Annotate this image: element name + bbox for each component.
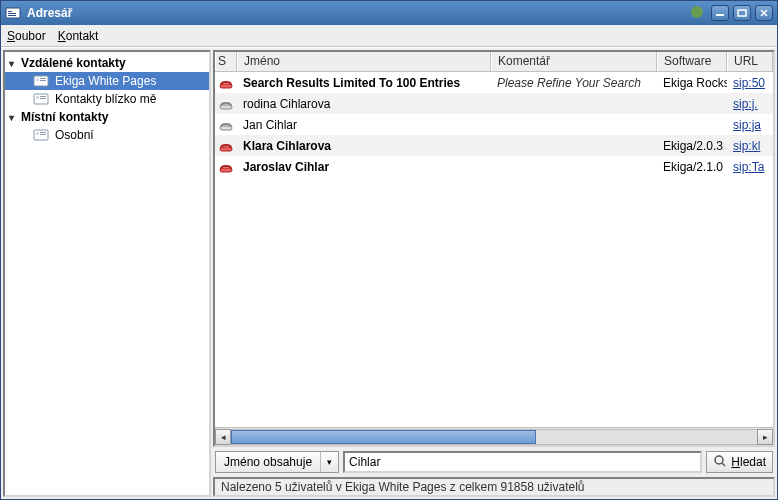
scroll-thumb[interactable]	[231, 430, 536, 444]
filter-dropdown[interactable]: Jméno obsahuje ▾	[215, 451, 339, 473]
scroll-track[interactable]	[231, 429, 757, 445]
search-button[interactable]: Hledat	[706, 451, 773, 473]
sidebar: ▾ Vzdálené kontakty Ekiga White Pages Ko…	[3, 50, 211, 497]
cell-software: Ekiga/2.0.3	[657, 137, 727, 155]
phone-icon	[215, 116, 237, 134]
cell-url[interactable]: sip:kl	[727, 137, 773, 155]
addressbook-icon	[33, 92, 49, 106]
svg-rect-2	[8, 13, 16, 14]
cell-name: rodina Cihlarova	[237, 95, 491, 113]
chevron-down-icon: ▾	[9, 58, 21, 69]
table-header: S Jméno Komentář Software URL	[215, 52, 773, 72]
svg-rect-11	[40, 78, 46, 79]
tree-item-personal[interactable]: Osobní	[5, 126, 209, 144]
cell-name: Jaroslav Cihlar	[237, 158, 491, 176]
menu-file[interactable]: Soubor	[7, 29, 46, 43]
cell-comment	[491, 165, 657, 169]
col-name[interactable]: Jméno	[237, 52, 491, 71]
svg-rect-5	[716, 14, 724, 16]
maximize-button[interactable]	[733, 5, 751, 21]
main-body: ▾ Vzdálené kontakty Ekiga White Pages Ko…	[1, 47, 777, 499]
tree-item-label: Ekiga White Pages	[55, 74, 156, 88]
col-status[interactable]: S	[215, 52, 237, 71]
tree-item-nearby[interactable]: Kontakty blízko mě	[5, 90, 209, 108]
svg-rect-20	[40, 134, 46, 135]
tree-item-ekiga-white-pages[interactable]: Ekiga White Pages	[5, 72, 209, 90]
phone-icon	[215, 158, 237, 176]
cell-software: Ekiga/2.1.0	[657, 158, 727, 176]
cell-name: Jan Cihlar	[237, 116, 491, 134]
phone-icon	[215, 74, 237, 92]
scroll-right-button[interactable]: ▸	[757, 429, 773, 445]
table-row[interactable]: Search Results Limited To 100 EntriesPle…	[215, 72, 773, 93]
minimize-button[interactable]	[711, 5, 729, 21]
cell-name: Search Results Limited To 100 Entries	[237, 74, 491, 92]
tree-category-local[interactable]: ▾ Místní kontakty	[5, 108, 209, 126]
cell-comment	[491, 102, 657, 106]
chevron-down-icon: ▾	[9, 112, 21, 123]
status-text: Nalezeno 5 uživatelů v Ekiga White Pages…	[221, 480, 585, 494]
phone-icon	[215, 95, 237, 113]
table-row[interactable]: rodina Cihlarovasip:j.	[215, 93, 773, 114]
tree-category-label: Místní kontakty	[21, 110, 108, 124]
cell-comment	[491, 123, 657, 127]
table-row[interactable]: Klara CihlarovaEkiga/2.0.3sip:kl	[215, 135, 773, 156]
col-comment[interactable]: Komentář	[491, 52, 657, 71]
cell-url[interactable]: sip:50	[727, 74, 773, 92]
right-pane: S Jméno Komentář Software URL Search Res…	[213, 50, 775, 497]
svg-rect-1	[8, 11, 12, 12]
svg-point-26	[715, 456, 723, 464]
table-body: Search Results Limited To 100 EntriesPle…	[215, 72, 773, 427]
window-title: Adresář	[27, 6, 689, 20]
cell-url[interactable]: sip:ja	[727, 116, 773, 134]
svg-rect-18	[36, 132, 39, 135]
svg-rect-6	[738, 10, 746, 16]
cell-url[interactable]: sip:Ta	[727, 158, 773, 176]
filter-label: Jméno obsahuje	[216, 452, 320, 472]
horizontal-scrollbar[interactable]: ◂ ▸	[215, 427, 773, 445]
scroll-left-button[interactable]: ◂	[215, 429, 231, 445]
search-bar: Jméno obsahuje ▾ Hledat	[213, 447, 775, 477]
tree-item-label: Kontakty blízko mě	[55, 92, 156, 106]
cell-comment	[491, 144, 657, 148]
menubar: Soubor Kontakt	[1, 25, 777, 47]
addressbook-icon	[33, 74, 49, 88]
svg-rect-14	[36, 96, 39, 99]
svg-point-4	[691, 6, 703, 18]
app-icon	[5, 5, 21, 21]
col-software[interactable]: Software	[657, 52, 727, 71]
table-row[interactable]: Jan Cihlarsip:ja	[215, 114, 773, 135]
tree-category-label: Vzdálené kontakty	[21, 56, 126, 70]
svg-rect-12	[40, 80, 46, 81]
cell-comment: Please Refine Your Search	[491, 74, 657, 92]
search-icon	[713, 454, 727, 471]
cell-software	[657, 123, 727, 127]
cell-name: Klara Cihlarova	[237, 137, 491, 155]
addressbook-icon	[33, 128, 49, 142]
cell-software: Ekiga Rocks	[657, 74, 727, 92]
tree-category-remote[interactable]: ▾ Vzdálené kontakty	[5, 54, 209, 72]
svg-line-27	[722, 463, 725, 466]
svg-rect-15	[40, 96, 46, 97]
status-bar: Nalezeno 5 uživatelů v Ekiga White Pages…	[213, 477, 775, 497]
cell-url[interactable]: sip:j.	[727, 95, 773, 113]
titlebar[interactable]: Adresář	[1, 1, 777, 25]
app-window: Adresář Soubor Kontakt ▾ Vzdálené kontak…	[0, 0, 778, 500]
results-table: S Jméno Komentář Software URL Search Res…	[213, 50, 775, 447]
table-row[interactable]: Jaroslav CihlarEkiga/2.1.0sip:Ta	[215, 156, 773, 177]
close-button[interactable]	[755, 5, 773, 21]
search-input[interactable]	[343, 451, 702, 473]
suse-logo-icon	[689, 5, 707, 22]
svg-rect-3	[8, 15, 16, 16]
svg-rect-10	[36, 78, 39, 81]
svg-rect-19	[40, 132, 46, 133]
phone-icon	[215, 137, 237, 155]
menu-contact[interactable]: Kontakt	[58, 29, 99, 43]
col-url[interactable]: URL	[727, 52, 773, 71]
chevron-down-icon[interactable]: ▾	[320, 452, 338, 472]
tree-item-label: Osobní	[55, 128, 94, 142]
cell-software	[657, 102, 727, 106]
svg-rect-16	[40, 98, 46, 99]
